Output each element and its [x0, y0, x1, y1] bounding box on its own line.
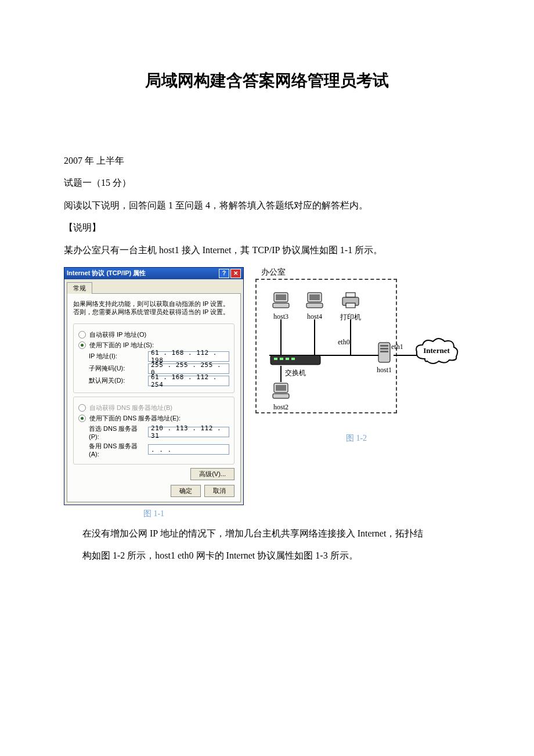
dns2-field[interactable]: . . .	[148, 444, 229, 455]
figure-1-1: Internet 协议 (TCP/IP) 属性 ? ✕ 常规 如果网络支持此功能…	[64, 267, 244, 519]
para-scenario: 某办公室只有一台主机 host1 接入 Internet，其 TCP/IP 协议…	[64, 239, 470, 261]
printer-label: 打印机	[338, 312, 363, 322]
host1-label: host1	[371, 366, 397, 375]
host1-node: host1	[371, 341, 397, 375]
computer-icon	[304, 290, 325, 311]
ip-field[interactable]: 61 . 168 . 112 . 198	[148, 351, 229, 362]
host4-node: host4	[302, 290, 327, 321]
radio-auto-dns-label: 自动获得 DNS 服务器地址(B)	[89, 404, 172, 412]
para-explain-header: 【说明】	[64, 217, 470, 239]
radio-manual-ip-label: 使用下面的 IP 地址(S):	[89, 341, 154, 350]
radio-icon	[78, 341, 86, 349]
dialog-title: Internet 协议 (TCP/IP) 属性	[67, 269, 146, 278]
svg-rect-20	[291, 358, 295, 360]
svg-rect-18	[280, 358, 283, 360]
switch-label: 交换机	[269, 368, 322, 378]
svg-rect-15	[346, 303, 355, 308]
para-continue-1: 在没有增加公网 IP 地址的情况下，增加几台主机共享网络连接接入 Interne…	[64, 523, 470, 545]
host3-label: host3	[268, 312, 294, 321]
svg-rect-23	[380, 348, 388, 350]
svg-rect-12	[306, 303, 323, 308]
radio-icon	[78, 331, 86, 339]
para-instruction: 阅读以下说明，回答问题 1 至问题 4，将解答填入答题纸对应的解答栏内。	[64, 195, 470, 217]
radio-manual-dns-label: 使用下面的 DNS 服务器地址(E):	[89, 414, 181, 423]
para-question-header: 试题一（15 分）	[64, 172, 470, 194]
radio-icon	[78, 415, 86, 422]
printer-node: 打印机	[338, 290, 363, 322]
cancel-button[interactable]: 取消	[204, 485, 234, 497]
radio-auto-ip[interactable]: 自动获得 IP 地址(O)	[78, 330, 229, 339]
svg-rect-26	[276, 385, 286, 391]
gateway-label: 默认网关(D):	[89, 376, 125, 385]
host4-label: host4	[302, 312, 327, 321]
figures-row: Internet 协议 (TCP/IP) 属性 ? ✕ 常规 如果网络支持此功能…	[64, 267, 470, 519]
host2-label: host2	[268, 403, 294, 412]
switch-icon	[269, 353, 322, 367]
eth0-label: eth0	[338, 338, 350, 347]
computer-icon	[270, 381, 291, 402]
dialog-description: 如果网络支持此功能，则可以获取自动指派的 IP 设置。否则，您需要从网络系统管理…	[73, 300, 234, 316]
computer-icon	[270, 290, 291, 311]
radio-icon	[78, 404, 86, 412]
dns2-label: 备用 DNS 服务器(A):	[89, 442, 148, 458]
svg-rect-24	[380, 351, 388, 352]
switch-node: 交换机	[269, 353, 322, 378]
tab-general[interactable]: 常规	[67, 282, 92, 294]
svg-rect-22	[380, 345, 388, 347]
ip-group: 自动获得 IP 地址(O) 使用下面的 IP 地址(S): IP 地址(I): …	[73, 323, 234, 393]
advanced-button[interactable]: 高级(V)...	[190, 468, 234, 480]
printer-icon	[340, 290, 361, 311]
figure-1-1-caption: 图 1-1	[64, 509, 244, 519]
dialog-titlebar: Internet 协议 (TCP/IP) 属性 ? ✕	[64, 268, 243, 279]
para-year: 2007 年 上半年	[64, 150, 470, 172]
radio-auto-ip-label: 自动获得 IP 地址(O)	[89, 330, 146, 339]
close-icon[interactable]: ✕	[230, 269, 241, 278]
dns-group: 自动获得 DNS 服务器地址(B) 使用下面的 DNS 服务器地址(E): 首选…	[73, 397, 234, 465]
tcpip-dialog: Internet 协议 (TCP/IP) 属性 ? ✕ 常规 如果网络支持此功能…	[64, 267, 244, 505]
gateway-field[interactable]: 61 . 168 . 112 . 254	[148, 376, 229, 386]
svg-rect-13	[346, 293, 355, 297]
host3-node: host3	[268, 290, 294, 321]
internet-label: Internet	[413, 346, 460, 355]
svg-rect-8	[276, 294, 286, 300]
svg-rect-19	[286, 358, 289, 360]
svg-rect-17	[274, 358, 277, 360]
radio-auto-dns: 自动获得 DNS 服务器地址(B)	[78, 404, 229, 412]
svg-rect-11	[309, 294, 320, 300]
mask-label: 子网掩码(U):	[89, 364, 125, 373]
mask-field[interactable]: 255 . 255 . 255 . 0	[148, 363, 229, 374]
page-title: 局域网构建含答案网络管理员考试	[64, 70, 470, 92]
figure-1-2-caption: 图 1-2	[252, 433, 461, 444]
svg-rect-27	[273, 394, 289, 398]
radio-manual-dns[interactable]: 使用下面的 DNS 服务器地址(E):	[78, 414, 229, 423]
radio-manual-ip[interactable]: 使用下面的 IP 地址(S):	[78, 341, 229, 350]
help-icon[interactable]: ?	[219, 269, 229, 278]
dns1-field[interactable]: 210 . 113 . 112 . 31	[148, 427, 229, 437]
dns1-label: 首选 DNS 服务器(P):	[89, 424, 148, 440]
ok-button[interactable]: 确定	[171, 485, 201, 497]
internet-node: Internet	[413, 337, 460, 368]
para-continue-2: 构如图 1-2 所示，host1 eth0 网卡的 Internet 协议属性如…	[64, 545, 470, 567]
svg-rect-9	[273, 303, 289, 308]
ip-label: IP 地址(I):	[89, 352, 117, 361]
host2-node: host2	[268, 381, 294, 412]
figure-1-2: 办公室 h	[252, 267, 461, 444]
svg-rect-16	[270, 355, 320, 365]
server-icon	[374, 341, 395, 365]
